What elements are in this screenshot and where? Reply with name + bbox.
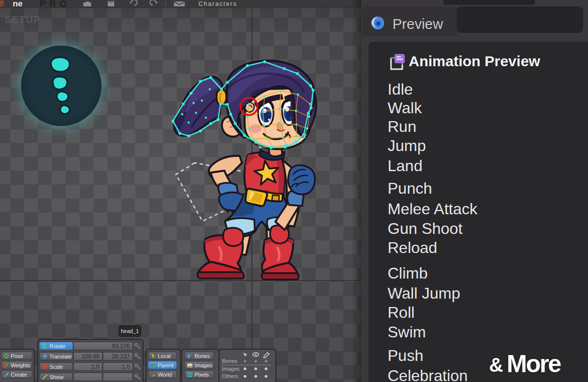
svg-text:PRO: PRO [40,0,70,7]
svg-text:Images: Images [222,366,240,372]
svg-text:More: More [507,350,561,378]
svg-text:Bones: Bones [222,358,238,364]
svg-text:ne: ne [13,0,23,7]
svg-text:&: & [489,354,503,376]
svg-text:Others: Others [222,373,239,379]
svg-text:Characters: Characters [198,0,237,7]
